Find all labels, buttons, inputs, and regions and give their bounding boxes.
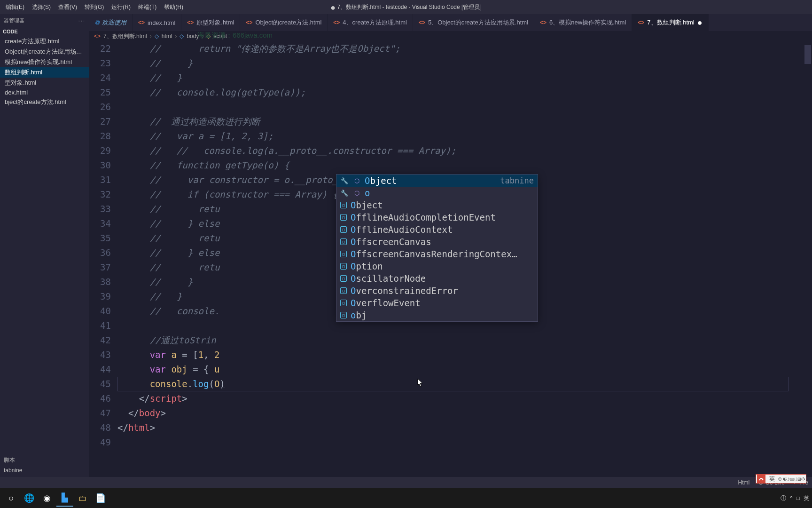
file-item[interactable]: bject的create方法.html (0, 97, 89, 107)
html-icon: <> (419, 19, 425, 26)
editor-tabs: ⧉欢迎使用<>index.html<>原型对象.html<>Object的cre… (89, 14, 812, 31)
breadcrumb-icon: <> (94, 33, 101, 40)
folder-name[interactable]: CODE (0, 27, 89, 36)
line-gutter: 22 23 24 25 26 27 28 29 30 31 32 33 34 3… (89, 41, 117, 477)
variable-icon: ▢ (340, 263, 347, 270)
autocomplete-item[interactable]: ▢Option (336, 260, 538, 272)
taskbar-obs[interactable]: ◉ (39, 490, 55, 507)
variable-icon: ▢ (340, 226, 347, 233)
menu-终端(T)[interactable]: 终端(T) (134, 1, 160, 13)
menu-帮助(H)[interactable]: 帮助(H) (160, 1, 187, 13)
explorer-more-icon[interactable]: ··· (78, 18, 86, 24)
tray-icon[interactable]: ⓘ (781, 494, 786, 502)
status-item[interactable]: Html (738, 479, 750, 486)
autocomplete-item[interactable]: 🔧⬡o (336, 187, 538, 199)
file-tree: create方法原理.htmlObject的create方法应用场景.h...模… (0, 36, 89, 107)
ime-lang[interactable]: 英 (767, 475, 777, 483)
autocomplete-item[interactable]: ▢obj (336, 309, 538, 321)
taskbar-chrome[interactable]: 🌐 (21, 490, 38, 507)
ime-icon[interactable]: ⌨ (790, 476, 795, 482)
sidebar-bottom: 脚本tabnine (0, 453, 89, 477)
tab[interactable]: <>6、模拟new操作符实现.html (534, 14, 632, 31)
file-item[interactable]: dex.html (0, 88, 89, 97)
variable-icon: ▢ (340, 275, 347, 282)
hex-icon: ⬡ (352, 176, 361, 185)
menu-编辑(E)[interactable]: 编辑(E) (2, 1, 28, 13)
breadcrumb-item[interactable]: 7、数组判断.html (103, 32, 147, 40)
menu-选择(S)[interactable]: 选择(S) (28, 1, 55, 13)
ime-toolbar[interactable]: 英 ☺☯♪⌨↓⊞፨ (756, 474, 806, 484)
taskbar-apps: ○🌐◉▙🗀📄 (3, 490, 109, 507)
html-icon: <> (138, 19, 145, 26)
tab[interactable]: <>5、Object的create方法应用场景.html (413, 14, 534, 31)
autocomplete-item[interactable]: ▢Object (336, 199, 538, 211)
autocomplete-item[interactable]: ▢OfflineAudioContext (336, 223, 538, 236)
file-item[interactable]: 模拟new操作符实现.html (0, 57, 89, 67)
autocomplete-item[interactable]: ▢OfflineAudioCompletionEvent (336, 211, 538, 223)
html-icon: <> (187, 19, 194, 26)
taskbar-windows-start[interactable]: ○ (3, 490, 20, 507)
ime-icon[interactable]: ⊞ (797, 476, 801, 482)
breadcrumb-item[interactable]: html (162, 33, 172, 40)
dirty-indicator: ● (330, 2, 336, 12)
menu-运行(R)[interactable]: 运行(R) (108, 1, 134, 13)
wrench-icon: 🔧 (340, 189, 349, 197)
autocomplete-item[interactable]: 🔧⬡Objecttabnine (336, 175, 538, 187)
autocomplete-item[interactable]: ▢OffscreenCanvas (336, 236, 538, 248)
variable-icon: ▢ (340, 238, 347, 245)
html-icon: <> (540, 19, 547, 26)
windows-taskbar: ○🌐◉▙🗀📄 ⓘ^□英 (0, 488, 812, 508)
autocomplete-item[interactable]: ▢OverflowEvent (336, 297, 538, 309)
ime-icon[interactable]: ☺ (777, 476, 783, 482)
sidebar-section-脚本[interactable]: 脚本 (3, 455, 86, 466)
tray-icon[interactable]: 英 (804, 494, 809, 502)
tab[interactable]: <>4、create方法原理.html (328, 14, 413, 31)
system-tray[interactable]: ⓘ^□英 (781, 494, 809, 502)
variable-icon: ▢ (340, 300, 347, 306)
ime-logo-icon[interactable] (757, 475, 765, 483)
vscode-icon: ⧉ (95, 19, 99, 26)
window-title: ● 7、数组判断.html - testcode - Visual Studio… (330, 3, 481, 11)
watermark-text: 海量资源：666java.com (197, 31, 273, 40)
tab[interactable]: <>原型对象.html (181, 14, 240, 31)
tab[interactable]: <>7、数组判断.html● (632, 14, 708, 31)
autocomplete-item[interactable]: ▢OffscreenCanvasRenderingContex… (336, 248, 538, 260)
variable-icon: ▢ (340, 251, 347, 257)
tray-icon[interactable]: □ (796, 495, 800, 501)
wrench-icon: 🔧 (340, 176, 349, 185)
file-item[interactable]: 型对象.html (0, 78, 89, 88)
autocomplete-item[interactable]: ▢OverconstrainedError (336, 285, 538, 297)
tab[interactable]: <>index.html (133, 14, 181, 31)
minimap-viewport[interactable] (804, 45, 811, 64)
breadcrumb-icon: ◇ (155, 33, 159, 40)
explorer-label: 器管理器 (4, 17, 24, 24)
tab[interactable]: <>Object的create方法.html (240, 14, 328, 31)
ime-icons: ☺☯♪⌨↓⊞፨ (777, 476, 805, 482)
file-item[interactable]: Object的create方法应用场景.h... (0, 47, 89, 57)
taskbar-explorer[interactable]: 🗀 (74, 490, 91, 507)
variable-icon: ▢ (340, 202, 347, 208)
variable-icon: ▢ (340, 214, 347, 221)
file-item[interactable]: create方法原理.html (0, 36, 89, 47)
ime-icon[interactable]: ☯ (783, 476, 787, 482)
breadcrumb-icon: ◇ (180, 33, 184, 40)
ime-icon[interactable]: ፨ (801, 476, 805, 482)
menu-转到(G)[interactable]: 转到(G) (81, 1, 108, 13)
tab[interactable]: ⧉欢迎使用 (89, 14, 133, 31)
menu-查看(V)[interactable]: 查看(V) (55, 1, 81, 13)
file-item[interactable]: 数组判断.html (0, 67, 89, 78)
html-icon: <> (638, 19, 644, 26)
titlebar: 编辑(E)选择(S)查看(V)转到(G)运行(R)终端(T)帮助(H) ● 7、… (0, 0, 812, 14)
title-text: 7、数组判断.html - testcode - Visual Studio C… (337, 4, 482, 10)
status-bar: Html⦿ Go Live✓ Pre (0, 477, 812, 488)
taskbar-notepad[interactable]: 📄 (92, 490, 109, 507)
autocomplete-item[interactable]: ▢OscillatorNode (336, 272, 538, 285)
autocomplete-popup[interactable]: 🔧⬡Objecttabnine🔧⬡o▢Object▢OfflineAudioCo… (336, 174, 538, 322)
minimap[interactable] (803, 41, 812, 477)
sidebar-section-tabnine[interactable]: tabnine (3, 466, 86, 475)
taskbar-vscode[interactable]: ▙ (56, 490, 73, 507)
tray-icon[interactable]: ^ (790, 495, 793, 501)
editor-area: ⧉欢迎使用<>index.html<>原型对象.html<>Object的cre… (89, 14, 812, 477)
variable-icon: ▢ (340, 312, 347, 318)
variable-icon: ▢ (340, 287, 347, 294)
